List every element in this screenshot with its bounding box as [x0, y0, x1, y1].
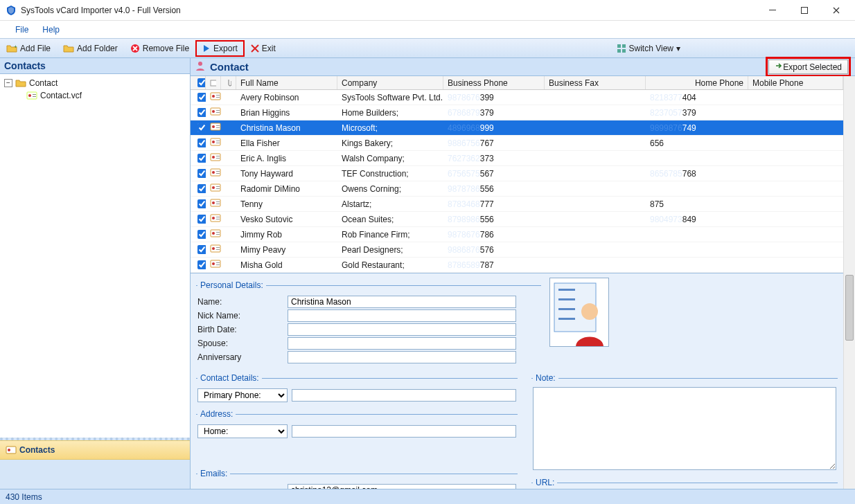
table-row[interactable]: Jimmy RobRob Finance Firm;98786769878676… [191, 227, 843, 242]
cell-name: Avery Robinson [236, 91, 337, 104]
switch-view-button[interactable]: Switch View ▾ [611, 40, 689, 57]
remove-file-button[interactable]: Remove File [125, 40, 195, 57]
table-row[interactable]: TennyAlstartz;87834688783468777875 [191, 197, 843, 212]
row-checkbox[interactable] [197, 230, 206, 239]
cell-business-phone: 87989868798986556 [443, 213, 545, 226]
tree[interactable]: − Contact Contact.vcf [0, 74, 190, 438]
table-body[interactable]: Avery RobinsonSysTools Software Pvt. Ltd… [191, 90, 843, 273]
cell-company: TEF Construction; [337, 168, 443, 180]
tree-root-label: Contact [29, 78, 58, 88]
row-checkbox[interactable] [197, 245, 206, 254]
svg-point-25 [212, 125, 215, 128]
row-checkbox[interactable] [197, 169, 206, 178]
table-header: Full Name Company Business Phone Busines… [191, 76, 843, 90]
birth-field[interactable] [288, 323, 516, 336]
row-checkbox[interactable] [197, 184, 206, 193]
svg-rect-46 [216, 201, 220, 202]
cell-company: Alstartz; [337, 198, 443, 210]
minimize-button[interactable] [757, 0, 788, 21]
row-checkbox[interactable] [197, 123, 206, 132]
menu-help[interactable]: Help [35, 22, 67, 37]
th-full-name[interactable]: Full Name [236, 76, 337, 89]
table-row[interactable]: Avery RobinsonSysTools Software Pvt. Ltd… [191, 90, 843, 105]
svg-rect-55 [216, 234, 220, 235]
switcher-contacts[interactable]: Contacts [0, 440, 190, 460]
cell-name: Tony Hayward [236, 168, 337, 180]
th-mobile-phone[interactable]: Mobile Phone [748, 76, 843, 89]
window-title: SysTools vCard Importer v4.0 - Full Vers… [21, 6, 181, 15]
svg-rect-68 [558, 318, 575, 320]
cell-company: Rob Finance Firm; [337, 228, 443, 241]
primary-phone-select[interactable]: Primary Phone: [197, 388, 288, 402]
table-row[interactable]: Vesko SutovicOcean Suites;87989868798986… [191, 212, 843, 227]
vcard-icon [210, 228, 221, 238]
row-checkbox[interactable] [197, 108, 206, 117]
row-checkbox[interactable] [197, 199, 206, 208]
close-button[interactable] [820, 0, 852, 21]
cell-name: Brian Higgins [236, 107, 337, 119]
row-checkbox[interactable] [197, 138, 206, 147]
th-home-phone[interactable]: Home Phone [646, 76, 748, 89]
spouse-label: Spouse: [197, 339, 288, 348]
table-row[interactable]: Christina MasonMicrosoft;489696848969689… [191, 120, 843, 136]
th-company[interactable]: Company [337, 76, 443, 89]
tree-collapse-icon[interactable]: − [4, 79, 12, 87]
contacts-table: Full Name Company Business Phone Busines… [191, 76, 843, 273]
table-row[interactable]: Eric A. InglisWalsh Company;762736276273… [191, 151, 843, 166]
cell-business-phone: 76273627627362373 [443, 152, 545, 165]
spouse-field[interactable] [288, 337, 516, 350]
vcard-icon [26, 91, 37, 100]
note-field[interactable] [533, 387, 836, 470]
cell-mobile-phone [748, 111, 843, 114]
row-checkbox[interactable] [197, 260, 206, 269]
export-button[interactable]: Export [195, 40, 245, 57]
row-checkbox[interactable] [197, 93, 206, 102]
main-split: Contacts − Contact Contact.vcf Contacts [0, 58, 855, 489]
anniv-field[interactable] [288, 351, 516, 363]
table-row[interactable]: Radomir DiMinoOwens Corning;987878698787… [191, 181, 843, 197]
th-business-fax[interactable]: Business Fax [545, 76, 646, 89]
cell-business-fax [545, 203, 646, 206]
add-file-button[interactable]: + Add File [1, 40, 56, 57]
address-field[interactable] [292, 425, 516, 438]
tree-root[interactable]: − Contact [1, 77, 188, 89]
table-row[interactable]: Misha GoldGold Restaurant;87865898786589… [191, 258, 843, 273]
menu-file[interactable]: File [8, 22, 35, 37]
note-legend: Note: [533, 373, 558, 383]
row-checkbox[interactable] [197, 215, 206, 224]
nick-label: Nick Name: [197, 311, 288, 321]
name-field[interactable] [288, 296, 516, 308]
table-row[interactable]: Ella FisherKings Bakery;9886756988675676… [191, 136, 843, 151]
th-checkbox[interactable] [191, 76, 206, 89]
th-business-phone[interactable]: Business Phone [443, 76, 545, 89]
tree-vcf-node[interactable]: Contact.vcf [1, 89, 188, 102]
svg-rect-39 [216, 173, 220, 174]
table-scrollbar[interactable] [843, 76, 855, 273]
status-bar: 430 Items [0, 489, 855, 504]
primary-phone-field[interactable] [292, 389, 516, 402]
row-checkbox[interactable] [197, 154, 206, 163]
table-row[interactable]: Brian HigginsHome Builders;6786879678687… [191, 105, 843, 120]
svg-rect-59 [216, 249, 220, 250]
table-row[interactable]: Mimy PeavyPearl Designers;98868769886876… [191, 242, 843, 258]
add-folder-button[interactable]: Add Folder [58, 40, 123, 57]
cell-business-fax [545, 172, 646, 175]
address-type-select[interactable]: Home: [197, 424, 288, 438]
cell-business-fax [545, 264, 646, 267]
details-scrollbar[interactable] [843, 273, 855, 489]
table-row[interactable]: Tony HaywardTEF Construction;67565756756… [191, 166, 843, 181]
table-wrap: Full Name Company Business Phone Busines… [191, 76, 855, 273]
switch-view-label: Switch View [629, 44, 673, 53]
cell-name: Jimmy Rob [236, 228, 337, 241]
export-selected-button[interactable]: Export Selected [768, 60, 848, 74]
title-bar: SysTools vCard Importer v4.0 - Full Vers… [0, 0, 855, 21]
cell-business-fax [545, 218, 646, 221]
avatar-placeholder [549, 278, 609, 347]
url-legend: URL: [533, 478, 557, 487]
cell-company: Pearl Designers; [337, 244, 443, 256]
exit-button[interactable]: Exit [245, 40, 281, 57]
email-field[interactable] [288, 484, 516, 489]
maximize-button[interactable] [788, 0, 820, 21]
nick-field[interactable] [288, 309, 516, 322]
cell-name: Mimy Peavy [236, 244, 337, 256]
